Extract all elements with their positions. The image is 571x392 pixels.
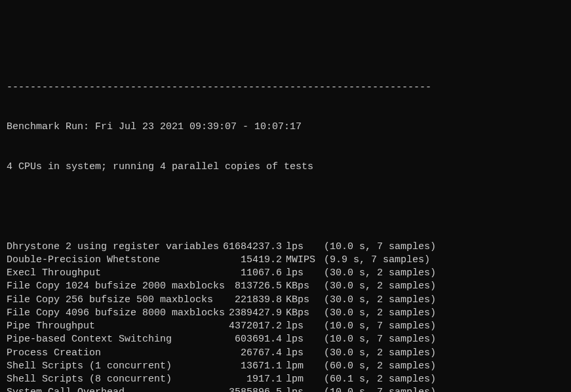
- benchmark-run-header: Benchmark Run: Fri Jul 23 2021 09:39:07 …: [7, 121, 564, 134]
- test-name: Pipe-based Context Switching: [7, 333, 223, 346]
- result-row: Double-Precision Whetstone15419.2MWIPS(9…: [7, 254, 564, 267]
- test-unit: lpm: [282, 360, 315, 373]
- test-name: Double-Precision Whetstone: [7, 254, 223, 267]
- results-table: Dhrystone 2 using register variables6168…: [7, 241, 564, 393]
- test-sample: (30.0 s, 2 samples): [315, 280, 436, 293]
- test-sample: (9.9 s, 7 samples): [315, 254, 430, 267]
- terminal-output: ----------------------------------------…: [0, 53, 571, 392]
- blank-line: [7, 201, 564, 214]
- test-value: 13671.1: [223, 360, 282, 373]
- test-value: 2389427.9: [223, 307, 282, 320]
- test-unit: lps: [282, 267, 315, 280]
- system-info-header: 4 CPUs in system; running 4 parallel cop…: [7, 161, 564, 174]
- test-unit: lps: [282, 320, 315, 333]
- test-unit: KBps: [282, 294, 315, 307]
- test-value: 603691.4: [223, 333, 282, 346]
- test-sample: (30.0 s, 2 samples): [315, 294, 436, 307]
- test-name: File Copy 256 bufsize 500 maxblocks: [7, 294, 223, 307]
- test-sample: (10.0 s, 7 samples): [315, 320, 436, 333]
- test-name: System Call Overhead: [7, 386, 223, 392]
- test-value: 26767.4: [223, 347, 282, 360]
- separator-line: ----------------------------------------…: [7, 81, 564, 94]
- test-value: 3585896.5: [223, 386, 282, 392]
- test-unit: lps: [282, 333, 315, 346]
- test-sample: (30.0 s, 2 samples): [315, 307, 436, 320]
- test-value: 221839.8: [223, 294, 282, 307]
- test-value: 4372017.2: [223, 320, 282, 333]
- test-name: Execl Throughput: [7, 267, 223, 280]
- test-sample: (60.1 s, 2 samples): [315, 373, 436, 386]
- test-sample: (10.0 s, 7 samples): [315, 333, 436, 346]
- test-value: 11067.6: [223, 267, 282, 280]
- result-row: System Call Overhead3585896.5lps(10.0 s,…: [7, 386, 564, 392]
- test-unit: KBps: [282, 307, 315, 320]
- test-value: 61684237.3: [223, 241, 282, 254]
- test-value: 15419.2: [223, 254, 282, 267]
- test-name: File Copy 1024 bufsize 2000 maxblocks: [7, 280, 223, 293]
- test-sample: (30.0 s, 2 samples): [315, 267, 436, 280]
- test-name: Pipe Throughput: [7, 320, 223, 333]
- test-sample: (60.0 s, 2 samples): [315, 360, 436, 373]
- test-unit: lps: [282, 386, 315, 392]
- test-unit: KBps: [282, 280, 315, 293]
- result-row: Execl Throughput11067.6lps(30.0 s, 2 sam…: [7, 267, 564, 280]
- test-name: Shell Scripts (1 concurrent): [7, 360, 223, 373]
- result-row: File Copy 1024 bufsize 2000 maxblocks813…: [7, 280, 564, 293]
- test-value: 813726.5: [223, 280, 282, 293]
- result-row: Dhrystone 2 using register variables6168…: [7, 241, 564, 254]
- result-row: File Copy 256 bufsize 500 maxblocks22183…: [7, 294, 564, 307]
- test-value: 1917.1: [223, 373, 282, 386]
- test-unit: MWIPS: [282, 254, 315, 267]
- result-row: Pipe Throughput4372017.2lps(10.0 s, 7 sa…: [7, 320, 564, 333]
- test-sample: (30.0 s, 2 samples): [315, 347, 436, 360]
- test-name: File Copy 4096 bufsize 8000 maxblocks: [7, 307, 223, 320]
- result-row: File Copy 4096 bufsize 8000 maxblocks238…: [7, 307, 564, 320]
- test-sample: (10.0 s, 7 samples): [315, 241, 436, 254]
- result-row: Shell Scripts (8 concurrent)1917.1lpm(60…: [7, 373, 564, 386]
- test-unit: lps: [282, 347, 315, 360]
- test-name: Process Creation: [7, 347, 223, 360]
- test-unit: lps: [282, 241, 315, 254]
- result-row: Pipe-based Context Switching603691.4lps(…: [7, 333, 564, 346]
- test-name: Shell Scripts (8 concurrent): [7, 373, 223, 386]
- test-name: Dhrystone 2 using register variables: [7, 241, 223, 254]
- test-sample: (10.0 s, 7 samples): [315, 386, 436, 392]
- result-row: Shell Scripts (1 concurrent)13671.1lpm(6…: [7, 360, 564, 373]
- result-row: Process Creation26767.4lps(30.0 s, 2 sam…: [7, 347, 564, 360]
- test-unit: lpm: [282, 373, 315, 386]
